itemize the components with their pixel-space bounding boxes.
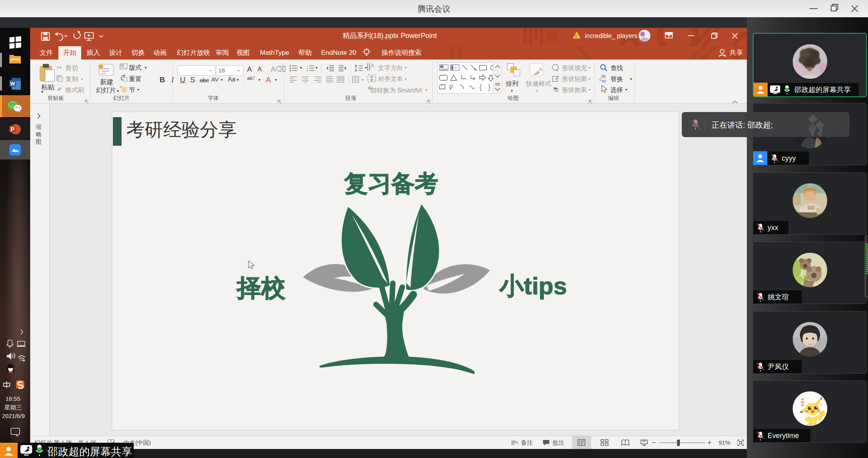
svg-text:择校: 择校 bbox=[236, 274, 286, 301]
svg-text:幻灯片: 幻灯片 bbox=[96, 87, 116, 94]
svg-text:小tips: 小tips bbox=[499, 272, 567, 299]
svg-text:!: ! bbox=[575, 33, 577, 39]
svg-text:精品系列(18).pptx: 精品系列(18).pptx bbox=[343, 32, 399, 40]
svg-text:2021/6/9: 2021/6/9 bbox=[2, 413, 25, 419]
svg-text:A: A bbox=[454, 66, 457, 70]
svg-text:W: W bbox=[10, 81, 15, 87]
svg-text:星期三: 星期三 bbox=[4, 404, 22, 411]
svg-text:A: A bbox=[371, 63, 374, 69]
svg-text:18:55: 18:55 bbox=[5, 395, 20, 402]
svg-text:3: 3 bbox=[307, 70, 308, 72]
svg-text:新建: 新建 bbox=[100, 78, 113, 86]
svg-text:▾: ▾ bbox=[117, 89, 119, 93]
svg-text:P: P bbox=[11, 126, 14, 132]
svg-text:ab: ab bbox=[601, 74, 606, 78]
svg-text:PowerPoint: PowerPoint bbox=[401, 32, 437, 40]
svg-text:-: - bbox=[394, 33, 396, 39]
svg-text:复习备考: 复习备考 bbox=[344, 170, 438, 197]
svg-text:incredible_ players: incredible_ players bbox=[585, 33, 637, 40]
svg-text:ac: ac bbox=[602, 78, 607, 83]
